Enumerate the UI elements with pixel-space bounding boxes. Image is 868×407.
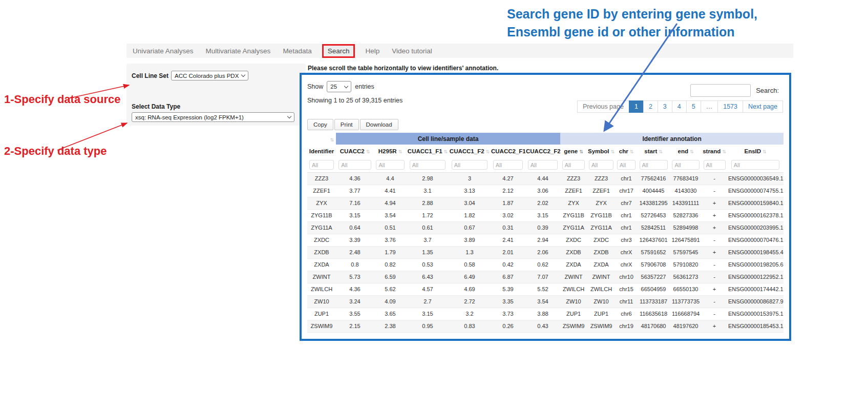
- next-page-button[interactable]: Next page: [743, 100, 783, 113]
- cell-cuacc2-f1: 3.02: [491, 209, 525, 221]
- column-header-chr[interactable]: chr⇅: [616, 145, 637, 157]
- cell-h295r: 3.76: [374, 234, 407, 246]
- cell-cuacc2-f1: 0.31: [491, 221, 525, 234]
- column-header-symbol[interactable]: Symbol⇅: [587, 145, 616, 157]
- cell-chr: chr1: [616, 209, 637, 221]
- column-header-cuacc2[interactable]: CUACC2⇅: [336, 145, 374, 157]
- chevron-down-icon: [287, 114, 291, 118]
- cell-chr: chrX: [616, 246, 637, 258]
- print-button[interactable]: Print: [334, 119, 359, 130]
- column-header-cuacc2-f2[interactable]: CUACC2_F2⇅: [525, 145, 560, 157]
- copy-button[interactable]: Copy: [307, 119, 333, 130]
- nav-item-multivariate-analyses[interactable]: Multivariate Analyses: [206, 47, 271, 55]
- filter-input-cuacc1-f1[interactable]: [410, 160, 446, 170]
- sort-icon: ⇅: [486, 149, 490, 154]
- nav-item-metadata[interactable]: Metadata: [283, 47, 311, 55]
- search-label: Search:: [756, 87, 779, 94]
- filter-input-strand[interactable]: [704, 160, 726, 170]
- cell-h295r: 3.65: [374, 308, 407, 320]
- filter-input-cuacc2-f2[interactable]: [528, 160, 558, 170]
- cell-cuacc1-f1: 1.72: [407, 209, 449, 221]
- filter-input-gene[interactable]: [562, 160, 585, 170]
- cell-cuacc2-f2: 5.52: [525, 283, 560, 295]
- filter-input-cuacc1-f2[interactable]: [452, 160, 488, 170]
- column-label: H295R: [378, 148, 397, 154]
- download-button[interactable]: Download: [360, 119, 398, 130]
- nav-item-univariate-analyses[interactable]: Univariate Analyses: [133, 47, 194, 55]
- column-header-end[interactable]: end⇅: [670, 145, 702, 157]
- page-button-3[interactable]: 3: [658, 100, 672, 113]
- cell-h295r: 0.82: [374, 258, 407, 271]
- column-header-gene[interactable]: gene⇅: [560, 145, 587, 157]
- search-input[interactable]: [690, 84, 751, 97]
- page-button-2[interactable]: 2: [643, 100, 658, 113]
- cell-ensid: ENSG00000122952.17: [727, 271, 784, 283]
- cell-cuacc1-f1: 2.7: [407, 295, 449, 308]
- cell-chr: chr11: [616, 295, 637, 308]
- column-header-cuacc1-f1[interactable]: CUACC1_F1⇅: [407, 145, 449, 157]
- cell-cuacc2-f2: 2.06: [525, 246, 560, 258]
- column-header-cuacc2-f1[interactable]: CUACC2_F1⇅: [491, 145, 525, 157]
- filter-input-h295r[interactable]: [376, 160, 404, 170]
- page-size-select[interactable]: 25: [327, 81, 351, 92]
- cell-cuacc2-f2: 4.44: [525, 172, 560, 185]
- cell-start: 126437601: [637, 234, 670, 246]
- table-row: ZSWIM92.152.380.950.830.260.43ZSWIM9ZSWI…: [307, 320, 784, 332]
- cell-cuacc2: 3.39: [336, 234, 374, 246]
- cell-cuacc2-f1: 3.73: [491, 308, 525, 320]
- column-header-h295r[interactable]: H295R⇅: [374, 145, 407, 157]
- page-button-1[interactable]: 1: [629, 100, 644, 113]
- previous-page-button[interactable]: Previous page: [577, 100, 629, 113]
- cell-strand: -: [702, 234, 727, 246]
- chevron-down-icon: [344, 84, 348, 88]
- filter-input-symbol[interactable]: [589, 160, 613, 170]
- sort-icon: ⇅: [722, 149, 726, 154]
- column-header-cuacc1-f2[interactable]: CUACC1_F2⇅: [449, 145, 491, 157]
- column-header-ensid[interactable]: EnsID⇅: [727, 145, 784, 157]
- filter-input-identifier[interactable]: [309, 160, 334, 170]
- filter-input-ensid[interactable]: [731, 160, 780, 170]
- data-type-value: xsq: RNA-seq Expression (log2 FPKM+1): [135, 114, 244, 120]
- cell-strand: -: [702, 295, 727, 308]
- filter-input-chr[interactable]: [617, 160, 636, 170]
- cell-gene: ZXDA: [560, 258, 587, 271]
- cell-end: 56361273: [670, 271, 702, 283]
- page-button-1573[interactable]: 1573: [717, 100, 743, 113]
- cell-ensid: ENSG00000185453.13: [727, 320, 784, 332]
- filter-input-cuacc2[interactable]: [338, 160, 371, 170]
- cell-strand: -: [702, 258, 727, 271]
- column-header-strand[interactable]: strand⇅: [702, 145, 727, 157]
- gene-table: ⇅Cell line/sample dataIdentifier annotat…: [307, 133, 784, 333]
- column-label: end: [678, 148, 688, 154]
- cell-h295r: 4.4: [374, 172, 407, 185]
- column-header-identifier[interactable]: Identifier: [307, 145, 336, 157]
- cell-gene: ZSWIM9: [560, 320, 587, 332]
- nav-item-search[interactable]: Search: [322, 44, 355, 58]
- page-button-4[interactable]: 4: [672, 100, 687, 113]
- cell-cuacc1-f1: 0.61: [407, 221, 449, 234]
- cell-start: 57906708: [637, 258, 670, 271]
- nav-item-video-tutorial[interactable]: Video tutorial: [392, 47, 432, 55]
- nav-item-help[interactable]: Help: [365, 47, 379, 55]
- cell-strand: +: [702, 246, 727, 258]
- page: 1-Specify data source 2-Specify data typ…: [0, 0, 868, 407]
- identifier-sort-corner[interactable]: ⇅: [307, 133, 336, 145]
- cell-cuacc1-f1: 3.1: [407, 185, 449, 197]
- cell-cuacc1-f1: 0.53: [407, 258, 449, 271]
- cell-identifier: ZXDA: [307, 258, 336, 271]
- cell-gene: ZWILCH: [560, 283, 587, 295]
- table-row: ZUP13.553.653.153.23.733.88ZUP1ZUP1chr61…: [307, 308, 784, 320]
- filter-input-end[interactable]: [672, 160, 699, 170]
- page-button-5[interactable]: 5: [686, 100, 701, 113]
- table-row: ZYX7.164.942.883.041.872.02ZYXZYXchr7143…: [307, 197, 784, 209]
- table-row: ZXDA0.80.820.530.580.420.62ZXDAZXDAchrX5…: [307, 258, 784, 271]
- filter-input-start[interactable]: [640, 160, 668, 170]
- data-type-select[interactable]: xsq: RNA-seq Expression (log2 FPKM+1): [132, 112, 294, 122]
- cell-identifier: ZZEF1: [307, 185, 336, 197]
- cell-line-set-select[interactable]: ACC Colorado plus PDX: [171, 71, 248, 80]
- cell-end: 77683419: [670, 172, 702, 185]
- filter-input-cuacc2-f1[interactable]: [493, 160, 523, 170]
- sort-icon: ⇅: [366, 149, 370, 154]
- cell-cuacc2: 0.8: [336, 258, 374, 271]
- column-header-start[interactable]: start⇅: [637, 145, 670, 157]
